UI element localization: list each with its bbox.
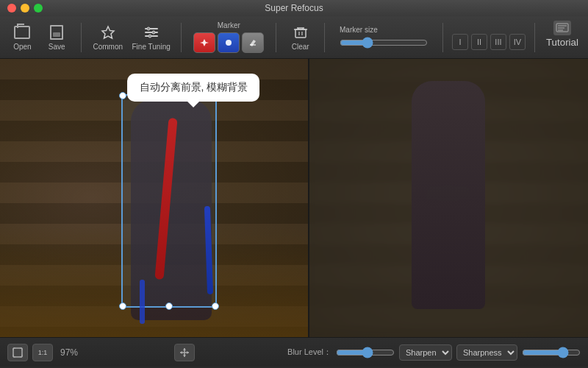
clear-label: Clear [292, 43, 309, 51]
svg-marker-26 [180, 351, 182, 354]
red-marker-button[interactable] [193, 32, 215, 53]
fine-tuning-label: Fine Tuning [132, 43, 171, 51]
right-panel [309, 59, 588, 337]
fine-tuning-button[interactable]: Fine Tuning [130, 21, 173, 54]
separator-6 [534, 23, 535, 52]
svg-point-6 [148, 35, 151, 38]
zoom-percent: 97% [60, 347, 78, 358]
save-icon [48, 24, 65, 41]
svg-point-8 [226, 40, 232, 46]
main-content: 自动分离前景, 模糊背景 [0, 59, 588, 337]
svg-point-5 [152, 31, 155, 34]
left-panel[interactable]: 自动分离前景, 模糊背景 [0, 59, 308, 337]
tutorial-button[interactable]: Tutorial [544, 21, 581, 54]
separator-5 [442, 23, 443, 52]
svg-rect-2 [145, 32, 158, 33]
tutorial-icon [553, 21, 571, 35]
save-label: Save [49, 43, 65, 51]
star-icon [99, 24, 117, 41]
view-tab-1[interactable]: I [452, 34, 468, 50]
svg-rect-21 [13, 348, 22, 357]
fit-screen-button[interactable] [7, 344, 28, 361]
sharpness-slider[interactable] [522, 347, 581, 358]
blur-section: Blur Level： Sharpen Sharpness [287, 344, 581, 361]
separator-4 [324, 23, 325, 52]
view-tab-3[interactable]: III [490, 34, 506, 50]
svg-rect-10 [295, 29, 306, 38]
corner-br[interactable] [212, 302, 219, 310]
sharpen-dropdown[interactable]: Sharpen [399, 344, 452, 361]
blur-level-slider[interactable] [336, 347, 395, 358]
close-button[interactable] [7, 4, 16, 13]
bottom-bar: 1:1 97% Blur Level： Sharpen Sharpness [0, 337, 588, 367]
right-figure-silhouette [412, 81, 485, 309]
corner-bl[interactable] [119, 302, 126, 310]
toolbar: Open Save Common Fine Tuni [0, 16, 588, 59]
open-label: Open [13, 43, 31, 51]
tooltip-text: 自动分离前景, 模糊背景 [140, 81, 248, 93]
sharpness-dropdown[interactable]: Sharpness [456, 344, 517, 361]
common-label: Common [93, 43, 123, 51]
blue-marker-stroke-2 [140, 280, 145, 324]
clear-button[interactable]: Clear [285, 21, 315, 54]
title-bar: Super Refocus [0, 0, 588, 16]
marker-label: Marker [218, 21, 240, 29]
corner-tl[interactable] [119, 92, 126, 99]
svg-marker-25 [183, 355, 186, 357]
view-tab-4[interactable]: IV [509, 34, 526, 50]
tutorial-label: Tutorial [546, 37, 578, 48]
open-button[interactable]: Open [7, 21, 37, 54]
zoom-100-label: 1:1 [38, 349, 48, 356]
maximize-button[interactable] [34, 4, 43, 13]
blue-marker-button[interactable] [218, 32, 240, 53]
blur-level-label: Blur Level： [287, 347, 331, 358]
view-tab-2[interactable]: II [471, 34, 487, 50]
svg-marker-24 [183, 348, 186, 350]
clear-icon [292, 24, 309, 41]
svg-point-4 [147, 27, 150, 30]
save-button[interactable]: Save [42, 21, 72, 54]
fine-tuning-icon [143, 24, 160, 41]
right-image [309, 59, 588, 337]
svg-marker-27 [187, 351, 189, 354]
marker-section: Marker [193, 21, 264, 53]
open-icon [13, 24, 31, 41]
view-tabs-row: I II III IV [452, 34, 526, 50]
zoom-100-button[interactable]: 1:1 [32, 344, 53, 361]
separator-1 [81, 23, 82, 52]
separator-3 [276, 23, 276, 52]
marker-buttons [193, 32, 264, 53]
minimize-button[interactable] [21, 4, 29, 13]
corner-bm[interactable] [165, 302, 173, 310]
separator-2 [181, 23, 182, 52]
marker-size-slider[interactable] [340, 37, 428, 49]
left-image: 自动分离前景, 模糊背景 [0, 59, 308, 337]
marker-size-section: Marker size [340, 26, 428, 49]
move-button[interactable] [174, 344, 195, 361]
app-title: Super Refocus [265, 3, 323, 13]
view-tabs-section: v I II III IV [452, 25, 526, 50]
marker-size-label: Marker size [340, 26, 378, 34]
svg-marker-0 [102, 26, 114, 38]
svg-marker-7 [200, 39, 209, 46]
tooltip-bubble: 自动分离前景, 模糊背景 [128, 74, 260, 102]
eraser-button[interactable] [242, 32, 264, 53]
traffic-lights [7, 4, 43, 13]
common-button[interactable]: Common [90, 21, 126, 54]
